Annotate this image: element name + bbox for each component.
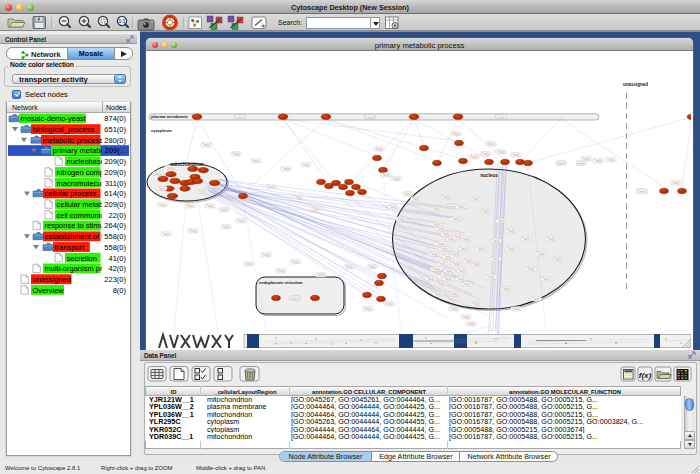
svg-text:Yxx(x): Yxx(x) xyxy=(554,257,561,261)
svg-text:cellular metabol: cellular metabol xyxy=(57,200,110,209)
svg-text:Yxx(x): Yxx(x) xyxy=(291,260,298,264)
svg-text:metabolic process: metabolic process xyxy=(43,136,104,145)
svg-text:Yxx(x): Yxx(x) xyxy=(438,262,445,266)
svg-text:Yxx(x): Yxx(x) xyxy=(472,262,479,266)
svg-text:Yxx(x): Yxx(x) xyxy=(220,208,227,212)
svg-text:874(0): 874(0) xyxy=(104,114,126,123)
svg-text:f(x): f(x) xyxy=(639,371,652,380)
svg-text:Yxx(x): Yxx(x) xyxy=(222,225,229,229)
svg-text:Yxx(x): Yxx(x) xyxy=(199,190,206,194)
svg-text:Yxx(x): Yxx(x) xyxy=(457,205,464,209)
svg-text:Yxx(x): Yxx(x) xyxy=(317,273,324,277)
svg-text:280(0): 280(0) xyxy=(104,136,126,145)
svg-text:Yxx(x): Yxx(x) xyxy=(532,297,539,301)
svg-text:Yxx(x): Yxx(x) xyxy=(232,152,239,156)
svg-text:Yxx(x): Yxx(x) xyxy=(487,275,494,279)
svg-text:Yxx(x): Yxx(x) xyxy=(155,172,162,176)
svg-text:Yxx(x): Yxx(x) xyxy=(437,227,444,231)
svg-text:Yxx(x): Yxx(x) xyxy=(444,255,451,259)
svg-text:Yxx(x): Yxx(x) xyxy=(467,322,474,326)
svg-text:Yxx(x): Yxx(x) xyxy=(507,229,514,233)
svg-text:Yxx(x): Yxx(x) xyxy=(437,282,444,286)
svg-text:Yxx(x): Yxx(x) xyxy=(454,235,461,239)
svg-text:Yxx(x): Yxx(x) xyxy=(594,159,601,163)
svg-text:Yxx(x): Yxx(x) xyxy=(158,187,165,191)
svg-text:Yxx(x): Yxx(x) xyxy=(558,162,565,165)
svg-text:Network: Network xyxy=(12,104,38,111)
svg-text:Yxx(x): Yxx(x) xyxy=(294,195,301,199)
svg-text:Yxx(x): Yxx(x) xyxy=(440,247,447,251)
svg-text:Yxx(x): Yxx(x) xyxy=(462,315,469,319)
svg-text:establishment of loc: establishment of loc xyxy=(45,232,112,241)
svg-text:Yxx(x): Yxx(x) xyxy=(434,292,441,296)
svg-text:primary metabol: primary metabol xyxy=(53,146,107,155)
svg-text:Overview: Overview xyxy=(33,286,65,295)
svg-text:response to stimulu: response to stimulu xyxy=(45,221,110,230)
svg-text:Yxx(x): Yxx(x) xyxy=(447,297,454,301)
svg-text:311(0): 311(0) xyxy=(105,179,127,188)
svg-text:Yxx(x): Yxx(x) xyxy=(445,269,452,273)
svg-text:Yxx(x): Yxx(x) xyxy=(382,173,389,177)
svg-text:Yxx(x): Yxx(x) xyxy=(582,157,589,161)
svg-text:Yxx(x): Yxx(x) xyxy=(432,267,439,271)
svg-text:Yxx(x): Yxx(x) xyxy=(512,153,519,157)
svg-text:cell communicati: cell communicati xyxy=(57,211,113,220)
svg-text:Yxx(x): Yxx(x) xyxy=(432,222,439,226)
svg-text:651(0): 651(0) xyxy=(104,125,126,134)
svg-text:Yxx(x): Yxx(x) xyxy=(498,116,505,119)
svg-text:Yxx(x): Yxx(x) xyxy=(492,239,499,243)
svg-text:Yxx(x): Yxx(x) xyxy=(472,302,479,306)
svg-text:transport: transport xyxy=(55,243,86,252)
svg-text:Yxx(x): Yxx(x) xyxy=(404,192,411,196)
svg-text:Yxx(x): Yxx(x) xyxy=(492,257,499,261)
svg-text:Yxx(x): Yxx(x) xyxy=(502,287,509,291)
svg-text:Yxx(x): Yxx(x) xyxy=(457,277,464,281)
svg-text:Yxx(x): Yxx(x) xyxy=(186,204,193,208)
svg-text:nucleus: nucleus xyxy=(480,173,498,178)
svg-text:Yxx(x): Yxx(x) xyxy=(245,262,252,266)
svg-text:Yxx(x): Yxx(x) xyxy=(542,277,549,281)
svg-text:22(0): 22(0) xyxy=(108,211,126,220)
svg-text:Yxx(x): Yxx(x) xyxy=(252,159,259,163)
svg-text:Yxx(x): Yxx(x) xyxy=(672,181,679,185)
svg-text:Yxx(x): Yxx(x) xyxy=(397,217,404,221)
svg-text:Yxx(x): Yxx(x) xyxy=(432,207,439,211)
svg-text:Yxx(x): Yxx(x) xyxy=(302,163,309,167)
svg-text:Yxx(x): Yxx(x) xyxy=(497,150,504,154)
svg-text:Yxx(x): Yxx(x) xyxy=(237,116,244,119)
svg-text:Yxx(x): Yxx(x) xyxy=(497,219,504,223)
svg-text:Yxx(x): Yxx(x) xyxy=(206,204,213,208)
svg-text:Yxx(x): Yxx(x) xyxy=(277,269,284,273)
svg-text:secretion: secretion xyxy=(67,254,97,263)
svg-text:614(0): 614(0) xyxy=(104,189,126,198)
svg-text:Yxx(x): Yxx(x) xyxy=(458,269,465,273)
svg-text:Yxx(x): Yxx(x) xyxy=(477,247,484,251)
svg-text:209(0): 209(0) xyxy=(104,168,126,177)
svg-text:Yxx(x): Yxx(x) xyxy=(442,232,449,236)
svg-text:Yxx(x): Yxx(x) xyxy=(444,277,451,281)
svg-text:Yxx(x): Yxx(x) xyxy=(385,302,392,306)
svg-text:Yxx(x): Yxx(x) xyxy=(450,307,457,311)
svg-text:cytoplasm: cytoplasm xyxy=(151,128,172,133)
svg-text:42(0): 42(0) xyxy=(108,264,126,273)
svg-text:endoplasmic reticulum: endoplasmic reticulum xyxy=(259,280,303,285)
svg-text:plasma membrane: plasma membrane xyxy=(151,114,188,119)
svg-text:Yxx(x): Yxx(x) xyxy=(202,143,209,147)
svg-text:Yxx(x): Yxx(x) xyxy=(522,237,529,241)
svg-text:Yxx(x): Yxx(x) xyxy=(392,177,399,181)
svg-text:Yxx(x): Yxx(x) xyxy=(639,190,646,193)
svg-text:Yxx(x): Yxx(x) xyxy=(470,155,477,159)
svg-text:Yxx(x): Yxx(x) xyxy=(367,116,374,119)
svg-text:Yxx(x): Yxx(x) xyxy=(460,247,467,251)
svg-text:unassigned: unassigned xyxy=(623,82,648,87)
svg-text:558(0): 558(0) xyxy=(104,232,126,241)
svg-text:Yxx(x): Yxx(x) xyxy=(442,195,449,199)
svg-text:Yxx(x): Yxx(x) xyxy=(464,259,471,263)
svg-text:Yxx(x): Yxx(x) xyxy=(448,205,455,208)
svg-text:8(0): 8(0) xyxy=(113,286,127,295)
svg-text:Yxx(x): Yxx(x) xyxy=(389,205,396,209)
svg-text:Yxx(x): Yxx(x) xyxy=(162,232,169,236)
svg-text:Nodes: Nodes xyxy=(106,104,127,111)
svg-text:558(0): 558(0) xyxy=(104,243,126,252)
svg-text:biological_process: biological_process xyxy=(33,125,95,134)
